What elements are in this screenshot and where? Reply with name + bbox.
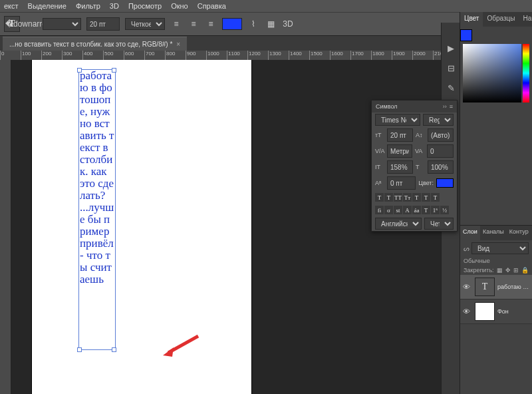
- svg-marker-1: [163, 347, 174, 357]
- layer-thumb-text: T: [475, 278, 495, 296]
- annotation-arrow: [162, 333, 201, 359]
- language-select[interactable]: Английский: США: [375, 218, 422, 230]
- type-style-button[interactable]: st: [394, 206, 402, 214]
- type-style-row-1: TTTTTтTTT: [372, 191, 457, 204]
- layer-row[interactable]: 👁 T работаю в фо...: [460, 275, 532, 299]
- tab-color[interactable]: Цвет: [460, 12, 483, 27]
- menu-item[interactable]: Фильтр: [76, 2, 100, 10]
- menu-item[interactable]: 3D: [110, 2, 119, 10]
- type-style-button[interactable]: σ: [384, 206, 393, 214]
- tab-navigator[interactable]: Навига: [519, 12, 532, 27]
- hscale-icon: T: [416, 164, 425, 170]
- handle-se[interactable]: [112, 347, 116, 352]
- aa-select-panel[interactable]: Четкое: [424, 218, 454, 230]
- canvas[interactable]: работаю в фотошопе, нужно вставить текст…: [32, 60, 251, 394]
- tab-layers[interactable]: Слои: [460, 226, 480, 240]
- orientation-icon[interactable]: �downarrowT: [25, 18, 37, 30]
- font-family-select-panel[interactable]: Times New Ro...: [375, 114, 420, 126]
- type-style-button[interactable]: áa: [412, 206, 421, 214]
- document-tab[interactable]: ...но вставить текст в столбик. как это …: [3, 37, 187, 51]
- layer-row[interactable]: 👁 Фон: [460, 299, 532, 324]
- type-style-button[interactable]: fi: [375, 206, 384, 214]
- size-field[interactable]: [387, 128, 413, 142]
- fg-color-swatch[interactable]: [460, 29, 472, 41]
- menu-item[interactable]: Просмотр: [128, 2, 162, 10]
- type-style-button[interactable]: 1ˢ: [431, 206, 440, 214]
- tab-swatches[interactable]: Образцы: [483, 12, 519, 27]
- type-style-button[interactable]: T: [422, 193, 430, 202]
- ruler-vertical: [0, 60, 11, 394]
- tab-channels[interactable]: Каналы: [480, 226, 507, 240]
- type-style-button[interactable]: Tт: [403, 193, 412, 202]
- baseline-field[interactable]: [387, 176, 416, 190]
- color-label: Цвет:: [418, 180, 434, 186]
- panel-menu-icon[interactable]: ≡: [450, 103, 453, 110]
- type-style-button[interactable]: T: [412, 193, 421, 202]
- menu-item[interactable]: Справка: [198, 2, 226, 10]
- layer-thumb-bg: [475, 302, 495, 321]
- leading-field[interactable]: [428, 128, 454, 142]
- layer-name[interactable]: работаю в фо...: [497, 284, 532, 290]
- text-color-swatch[interactable]: [222, 18, 242, 30]
- kerning-icon: V/A: [375, 148, 384, 154]
- menu-item[interactable]: Выделение: [28, 2, 66, 10]
- align-center-icon[interactable]: ≡: [188, 18, 200, 30]
- layer-filter-select[interactable]: Вид: [471, 242, 529, 254]
- tracking-icon: VA: [415, 148, 424, 154]
- handle-nw[interactable]: [77, 68, 82, 73]
- search-icon: ᔕ: [464, 245, 469, 252]
- lock-artboard-icon[interactable]: ⊞: [513, 267, 519, 274]
- close-tab-icon[interactable]: ×: [176, 41, 180, 48]
- lock-position-icon[interactable]: ✥: [505, 267, 511, 274]
- blend-mode[interactable]: Обычные: [464, 258, 490, 264]
- type-style-button[interactable]: A: [403, 206, 412, 214]
- warp-text-icon[interactable]: ⌇: [247, 18, 259, 30]
- sv-field[interactable]: [463, 44, 521, 102]
- type-style-button[interactable]: T: [384, 193, 393, 202]
- text-frame[interactable]: работаю в фотошопе, нужно вставить текст…: [78, 69, 116, 350]
- collapse-icon[interactable]: ››: [443, 103, 447, 110]
- font-weight-select[interactable]: Regular: [423, 114, 454, 126]
- menu-bar: екст Выделение Фильтр 3D Просмотр Окно С…: [0, 0, 532, 12]
- font-family-select[interactable]: [43, 18, 81, 30]
- char-panel-icon[interactable]: ▦: [265, 18, 277, 30]
- hscale-field[interactable]: [428, 160, 454, 174]
- visibility-icon[interactable]: 👁: [460, 307, 472, 315]
- type-style-button[interactable]: T: [422, 206, 430, 214]
- type-style-button[interactable]: ½: [440, 206, 449, 214]
- handle-ne[interactable]: [112, 68, 116, 73]
- right-column: Цвет Образцы Навига Слои Каналы Контур ᔕ…: [460, 12, 532, 394]
- kerning-field[interactable]: [387, 144, 412, 158]
- layer-name[interactable]: Фон: [497, 308, 532, 315]
- type-style-button[interactable]: T: [375, 193, 384, 202]
- color-picker[interactable]: [463, 44, 529, 102]
- visibility-icon[interactable]: 👁: [460, 283, 472, 291]
- vscale-field[interactable]: [387, 160, 413, 174]
- text-color-swatch-panel[interactable]: [436, 178, 454, 188]
- document-tab-title: ...но вставить текст в столбик. как это …: [9, 41, 172, 48]
- hue-slider[interactable]: [523, 44, 529, 102]
- menu-item[interactable]: Окно: [171, 2, 188, 10]
- type-style-button[interactable]: TT: [394, 193, 402, 202]
- tracking-field[interactable]: [427, 144, 454, 158]
- menu-item[interactable]: екст: [4, 2, 19, 10]
- align-right-icon[interactable]: ≡: [205, 18, 217, 30]
- character-panel-title: Символ: [376, 103, 397, 110]
- tab-paths[interactable]: Контур: [507, 226, 531, 240]
- type-style-row-2: fiσstAáaT1ˢ½: [372, 204, 457, 216]
- lock-pixels-icon[interactable]: ▦: [497, 267, 503, 274]
- size-icon: тТ: [375, 132, 384, 138]
- character-panel[interactable]: Символ ››≡ Times New Ro...Regular тТА↕ V…: [371, 100, 458, 232]
- 3d-button[interactable]: 3D: [282, 18, 294, 30]
- font-size-field[interactable]: [86, 17, 120, 31]
- type-style-button[interactable]: T: [431, 193, 440, 202]
- lock-all-icon[interactable]: 🔒: [521, 267, 529, 274]
- handle-sw[interactable]: [77, 347, 82, 352]
- ruler-icon[interactable]: ⊟: [444, 61, 458, 75]
- brush-icon[interactable]: ✎: [444, 81, 458, 95]
- antialias-select[interactable]: Четкое: [125, 18, 165, 30]
- play-icon[interactable]: ▶: [444, 41, 458, 55]
- lock-label: Закрепить:: [464, 267, 494, 274]
- align-left-icon[interactable]: ≡: [170, 18, 182, 30]
- layers-panel: Слои Каналы Контур ᔕ Вид Обычные Закрепи…: [460, 225, 532, 394]
